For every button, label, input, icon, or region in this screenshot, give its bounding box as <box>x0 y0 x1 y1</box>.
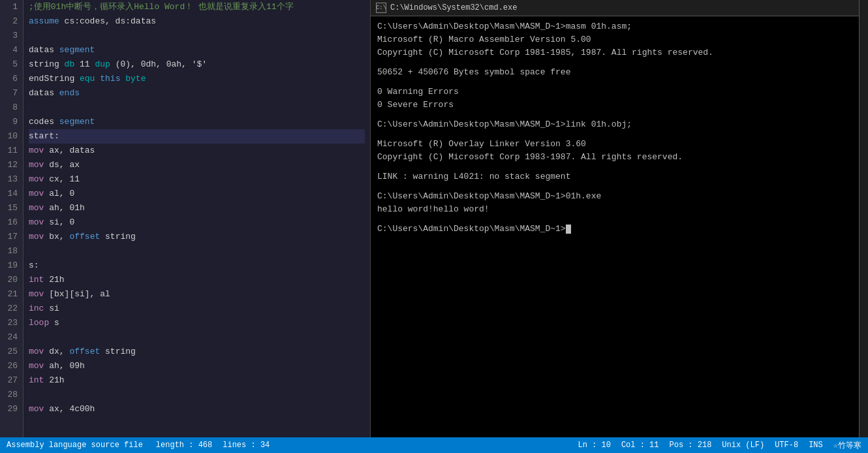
code-line: codes segment <box>29 115 365 129</box>
cmd-line: Copyright (C) Microsoft Corp 1981-1985, … <box>377 46 852 59</box>
line-number: 18 <box>5 244 18 258</box>
code-token: segment <box>59 117 95 127</box>
code-editor: 1234567891011121314151617181920212223242… <box>0 0 371 437</box>
code-line: int 21h <box>29 273 365 287</box>
code-token: ah, 01h <box>44 203 84 213</box>
code-line <box>29 244 365 258</box>
status-bar: Assembly language source file length : 4… <box>0 437 868 453</box>
line-number: 13 <box>5 172 18 187</box>
cmd-line: LINK : warning L4021: no stack segment <box>377 170 852 183</box>
code-token: start: <box>29 131 59 141</box>
code-token: endString <box>29 74 80 84</box>
cmd-line <box>377 164 852 170</box>
code-token: int <box>29 275 44 285</box>
scrollbar[interactable] <box>859 0 868 437</box>
code-token: this <box>100 74 120 84</box>
line-number: 19 <box>5 258 18 273</box>
line-number: 12 <box>5 158 18 172</box>
code-token: si, 0 <box>44 217 74 227</box>
code-token: ;使用01h中断号，循环录入Hello Word！ 也就是说重复录入11个字 <box>29 2 294 12</box>
cmd-content[interactable]: C:\Users\Admin\Desktop\Masm\MASM_D~1>mas… <box>371 16 859 437</box>
code-line: mov ax, 4c00h <box>29 402 365 416</box>
main-area: 1234567891011121314151617181920212223242… <box>0 0 868 437</box>
cmd-title: C:\Windows\System32\cmd.exe <box>390 3 517 12</box>
length-label: length : 468 <box>156 441 212 450</box>
line-number: 2 <box>5 14 18 29</box>
code-line: mov [bx][si], al <box>29 287 365 302</box>
code-line: mov cx, 11 <box>29 172 365 187</box>
pos-label: Pos : 218 <box>670 441 712 450</box>
code-line <box>29 29 365 43</box>
code-token: ends <box>59 88 80 98</box>
line-number: 28 <box>5 388 18 402</box>
code-line: datas segment <box>29 43 365 57</box>
code-token: datas <box>29 88 59 98</box>
code-token: 21h <box>44 375 64 385</box>
code-line: s: <box>29 258 365 273</box>
line-number: 25 <box>5 345 18 359</box>
cmd-line <box>377 216 852 223</box>
code-token: s: <box>29 260 39 270</box>
cmd-line: Microsoft (R) Overlay Linker Version 3.6… <box>377 138 852 151</box>
code-token: s <box>49 318 59 328</box>
code-token: si <box>44 304 59 313</box>
file-type-label: Assembly language source file <box>7 441 143 450</box>
cmd-line: 50652 + 450676 Bytes symbol space free <box>377 66 852 79</box>
line-number: 22 <box>5 302 18 316</box>
line-number: 9 <box>5 115 18 129</box>
code-lines[interactable]: ;使用01h中断号，循环录入Hello Word！ 也就是说重复录入11个字as… <box>23 0 370 437</box>
line-number: 7 <box>5 86 18 101</box>
line-number: 15 <box>5 201 18 215</box>
code-line: mov ax, datas <box>29 144 365 158</box>
code-token: [bx][si], al <box>44 289 110 299</box>
code-token: mov <box>29 404 44 414</box>
line-number: 6 <box>5 72 18 86</box>
cmd-line: C:\Users\Admin\Desktop\Masm\MASM_D~1>01h… <box>377 190 852 203</box>
code-line <box>29 388 365 402</box>
code-token: ax, 4c00h <box>44 404 95 414</box>
line-number: 16 <box>5 215 18 230</box>
code-token: codes <box>29 117 59 127</box>
code-line: endString equ this byte <box>29 72 365 86</box>
cmd-line: C:\Users\Admin\Desktop\Masm\MASM_D~1> <box>377 223 852 236</box>
line-number: 27 <box>5 373 18 388</box>
cmd-line <box>377 112 852 118</box>
code-token: ah, 09h <box>44 361 84 371</box>
encoding-label: UTF-8 <box>775 441 798 450</box>
code-line: datas ends <box>29 86 365 101</box>
line-number: 29 <box>5 402 18 416</box>
cmd-line: hello word!hello word! <box>377 203 852 216</box>
line-number: 21 <box>5 287 18 302</box>
code-line: mov dx, offset string <box>29 345 365 359</box>
code-token: dup <box>95 59 110 69</box>
code-line: assume cs:codes, ds:datas <box>29 14 365 29</box>
code-token: bx, <box>44 232 69 242</box>
cmd-line <box>377 183 852 190</box>
code-token: mov <box>29 203 44 213</box>
line-number: 17 <box>5 230 18 244</box>
code-token: loop <box>29 318 49 328</box>
mode-label: INS <box>809 441 823 450</box>
code-token: string <box>100 232 136 242</box>
cmd-line: C:\Users\Admin\Desktop\Masm\MASM_D~1>lin… <box>377 118 852 131</box>
code-token: mov <box>29 174 44 184</box>
code-line: inc si <box>29 302 365 316</box>
cmd-line <box>377 79 852 86</box>
cmd-line: Copyright (C) Microsoft Corp 1983-1987. … <box>377 151 852 164</box>
code-token: ax, datas <box>44 146 95 155</box>
cmd-line <box>377 131 852 138</box>
eol-label: Unix (LF) <box>722 441 764 450</box>
code-token: mov <box>29 160 44 170</box>
code-token: ds, ax <box>44 160 80 170</box>
code-token: string <box>100 347 136 356</box>
cmd-line: Microsoft (R) Macro Assembler Version 5.… <box>377 33 852 46</box>
code-token: string <box>29 59 65 69</box>
code-token: offset <box>69 232 100 242</box>
line-number: 26 <box>5 359 18 373</box>
line-number: 4 <box>5 43 18 57</box>
code-token: mov <box>29 189 44 198</box>
code-line <box>29 101 365 115</box>
code-line: string db 11 dup (0), 0dh, 0ah, '$' <box>29 57 365 72</box>
extra-label: ☆竹等寒 <box>833 440 861 451</box>
cmd-line: C:\Users\Admin\Desktop\Masm\MASM_D~1>mas… <box>377 20 852 33</box>
